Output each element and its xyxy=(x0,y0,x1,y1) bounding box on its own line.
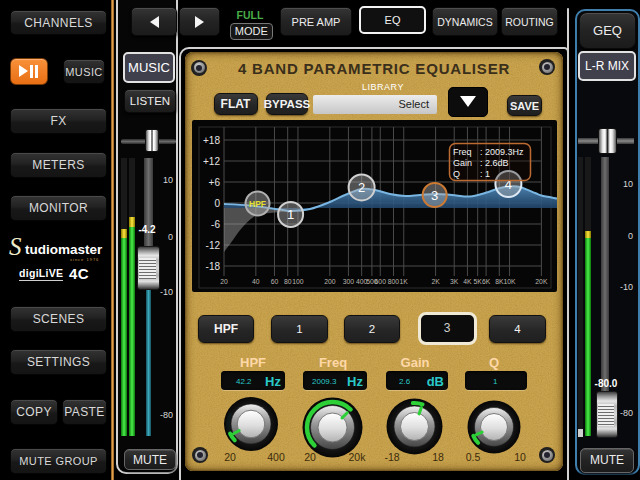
svg-text:Gain: Gain xyxy=(453,158,472,168)
svg-text:600: 600 xyxy=(375,278,387,285)
svg-text:2K: 2K xyxy=(431,278,440,285)
svg-text:3K: 3K xyxy=(450,278,459,285)
svg-text:6K: 6K xyxy=(482,278,491,285)
svg-text:4K: 4K xyxy=(463,278,472,285)
svg-text:2: 2 xyxy=(358,180,365,195)
svg-text:100: 100 xyxy=(292,278,304,285)
svg-text:1K: 1K xyxy=(400,278,409,285)
svg-text:Q: Q xyxy=(453,169,460,179)
svg-text:800: 800 xyxy=(388,278,400,285)
svg-text:-6: -6 xyxy=(211,219,220,230)
svg-text:40: 40 xyxy=(252,278,260,285)
svg-text:20K: 20K xyxy=(535,278,548,285)
svg-text:20: 20 xyxy=(220,278,228,285)
svg-text:60: 60 xyxy=(271,278,279,285)
svg-text:10K: 10K xyxy=(504,278,517,285)
svg-text:+18: +18 xyxy=(203,135,220,146)
svg-text:0: 0 xyxy=(214,198,220,209)
svg-text:Freq: Freq xyxy=(453,147,472,157)
svg-text:HPF: HPF xyxy=(249,199,266,209)
svg-text:: 2.6dB: : 2.6dB xyxy=(480,158,509,168)
svg-text:+6: +6 xyxy=(209,177,221,188)
svg-text:: 1: : 1 xyxy=(480,169,490,179)
svg-text:+12: +12 xyxy=(203,156,220,167)
svg-text:: 2009.3Hz: : 2009.3Hz xyxy=(480,147,524,157)
svg-text:300: 300 xyxy=(343,278,355,285)
svg-text:-12: -12 xyxy=(206,240,221,251)
svg-text:200: 200 xyxy=(324,278,336,285)
svg-text:-18: -18 xyxy=(206,261,221,272)
svg-text:80: 80 xyxy=(284,278,292,285)
svg-text:3: 3 xyxy=(431,188,438,203)
svg-text:1: 1 xyxy=(287,207,294,222)
